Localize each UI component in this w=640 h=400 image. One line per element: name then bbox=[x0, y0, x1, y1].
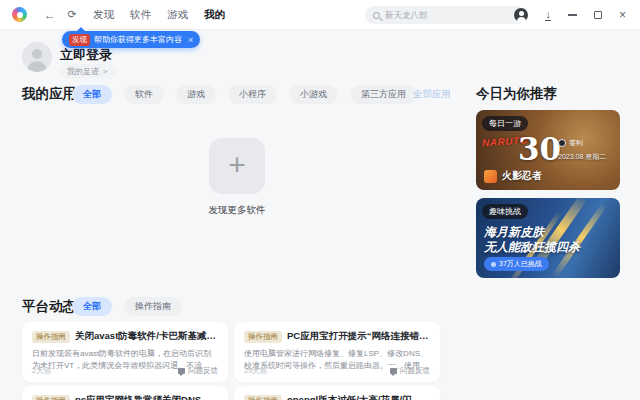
news-filters: 全部 操作指南 bbox=[72, 297, 182, 316]
back-button[interactable]: ← bbox=[41, 8, 59, 22]
all-apps-link[interactable]: 全部应用 bbox=[413, 88, 451, 101]
news-tag: 操作指南 bbox=[32, 395, 70, 400]
avatar-head bbox=[32, 49, 42, 59]
tooltip-text: 帮助你获得更多丰富内容 bbox=[94, 34, 182, 45]
news-card[interactable]: 操作指南 关闭avast防毒软件/卡巴斯基减少卡顿现象 日前发现装有avast防… bbox=[22, 322, 228, 382]
recommend-title: 今日为你推荐 bbox=[476, 85, 557, 103]
account-icon[interactable] bbox=[514, 8, 528, 22]
filter-miniprogram[interactable]: 小程序 bbox=[228, 85, 277, 104]
search-icon bbox=[373, 12, 380, 19]
my-apps-filters: 全部 软件 游戏 小程序 小游戏 第三方应用 bbox=[72, 85, 417, 104]
sign-in-row: 签到 bbox=[558, 138, 583, 148]
news-tag: 操作指南 bbox=[244, 395, 282, 400]
search-input[interactable] bbox=[385, 10, 505, 20]
filter-minigames[interactable]: 小游戏 bbox=[289, 85, 338, 104]
news-tag: 操作指南 bbox=[32, 331, 70, 343]
filter-software[interactable]: 软件 bbox=[124, 85, 164, 104]
avatar-body bbox=[27, 61, 47, 72]
challenge-stat-pill: 37万人已挑战 bbox=[484, 257, 549, 271]
minimize-icon[interactable] bbox=[568, 14, 577, 15]
close-icon[interactable]: × bbox=[619, 10, 626, 20]
filter-thirdparty[interactable]: 第三方应用 bbox=[350, 85, 417, 104]
tooltip-tag: 发现 bbox=[69, 34, 90, 46]
refresh-button[interactable]: ⟳ bbox=[63, 8, 81, 21]
challenge-card[interactable]: 趣味挑战 海月新皮肤 无人能敌狂揽四杀 37万人已挑战 bbox=[476, 198, 620, 278]
feedback-link[interactable]: 问题反馈 bbox=[178, 366, 218, 376]
news-card[interactable]: 操作指南 PC应用宝打开提示“网络连接错误” 使用电脑管家进行网络修复、修复LS… bbox=[234, 322, 440, 382]
daily-game-row: 火影忍者 bbox=[484, 169, 542, 183]
tab-games[interactable]: 游戏 bbox=[167, 6, 188, 24]
download-icon[interactable]: ↓ bbox=[545, 9, 551, 21]
window-controls: ↓ × bbox=[514, 0, 640, 30]
challenge-stat-text: 37万人已挑战 bbox=[499, 259, 542, 269]
news-filter-all[interactable]: 全部 bbox=[72, 297, 112, 316]
news-title: PC应用宝打开提示“网络连接错误” bbox=[287, 330, 430, 343]
news-footer: 2天前 问题反馈 bbox=[32, 366, 218, 376]
tooltip-close-icon[interactable]: × bbox=[188, 35, 193, 45]
add-software-tile[interactable]: + bbox=[209, 138, 265, 194]
news-card-head: 操作指南 pc应用宝网络异常须关闭DNS拦截 bbox=[32, 394, 218, 400]
filter-all[interactable]: 全部 bbox=[72, 85, 112, 104]
news-card[interactable]: 操作指南 pc应用宝网络异常须关闭DNS拦截 bbox=[22, 386, 228, 400]
daily-game-badge: 每日一游 bbox=[482, 116, 528, 131]
news-card-head: 操作指南 关闭avast防毒软件/卡巴斯基减少卡顿现象 bbox=[32, 330, 218, 343]
news-title: opengl版本过低/太高/花屏/闪退，升级显卡驱动… bbox=[287, 394, 430, 400]
news-card-head: 操作指南 PC应用宝打开提示“网络连接错误” bbox=[244, 330, 430, 343]
tab-discover[interactable]: 发现 bbox=[93, 6, 114, 24]
main-tabs: 发现 软件 游戏 我的 bbox=[93, 6, 225, 24]
sign-in-label: 签到 bbox=[569, 138, 583, 148]
my-apps-title: 我的应用 bbox=[22, 85, 76, 103]
plus-icon: + bbox=[228, 150, 246, 180]
search-box[interactable] bbox=[365, 6, 525, 24]
login-button[interactable]: 立即登录 bbox=[60, 46, 112, 64]
filter-games[interactable]: 游戏 bbox=[176, 85, 216, 104]
sign-in-icon bbox=[558, 139, 566, 147]
maximize-icon[interactable] bbox=[594, 11, 602, 19]
news-card[interactable]: 操作指南 opengl版本过低/太高/花屏/闪退，升级显卡驱动… bbox=[234, 386, 440, 400]
participants-icon bbox=[491, 262, 496, 267]
topbar: ← ⟳ 发现 软件 游戏 我的 ↓ × bbox=[0, 0, 640, 30]
news-title: pc应用宝网络异常须关闭DNS拦截 bbox=[75, 394, 218, 400]
daily-date-text: 2023.08 星期二 bbox=[558, 152, 606, 162]
feedback-icon bbox=[390, 368, 397, 374]
challenge-badge: 趣味挑战 bbox=[482, 204, 528, 219]
news-card-head: 操作指南 opengl版本过低/太高/花屏/闪退，升级显卡驱动… bbox=[244, 394, 430, 400]
daily-date-number: 30 bbox=[518, 131, 561, 167]
news-date: 2天前 bbox=[32, 366, 51, 376]
news-date: 29天前 bbox=[244, 366, 267, 376]
game-app-icon bbox=[484, 170, 497, 183]
game-name: 火影忍者 bbox=[502, 169, 542, 183]
feedback-icon bbox=[178, 368, 185, 374]
news-tag: 操作指南 bbox=[244, 331, 282, 343]
app-logo-icon[interactable] bbox=[12, 7, 27, 22]
daily-game-card[interactable]: 每日一游 NARUTO 30 签到 2023.08 星期二 火影忍者 bbox=[476, 110, 620, 190]
challenge-line2: 无人能敌狂揽四杀 bbox=[484, 239, 580, 256]
feedback-link[interactable]: 问题反馈 bbox=[390, 366, 430, 376]
tab-mine[interactable]: 我的 bbox=[204, 6, 225, 24]
news-filter-guide[interactable]: 操作指南 bbox=[124, 297, 182, 316]
discover-tooltip: 发现 帮助你获得更多丰富内容 × bbox=[62, 31, 200, 48]
feedback-label: 问题反馈 bbox=[400, 366, 430, 376]
platform-news-title: 平台动态 bbox=[22, 298, 76, 316]
avatar[interactable] bbox=[22, 42, 52, 72]
my-footprint-button[interactable]: 我的足迹 ＞ bbox=[60, 64, 116, 79]
add-software-label: 发现更多软件 bbox=[182, 204, 292, 217]
feedback-label: 问题反馈 bbox=[188, 366, 218, 376]
news-title: 关闭avast防毒软件/卡巴斯基减少卡顿现象 bbox=[75, 330, 218, 343]
tab-software[interactable]: 软件 bbox=[130, 6, 151, 24]
news-footer: 29天前 问题反馈 bbox=[244, 366, 430, 376]
